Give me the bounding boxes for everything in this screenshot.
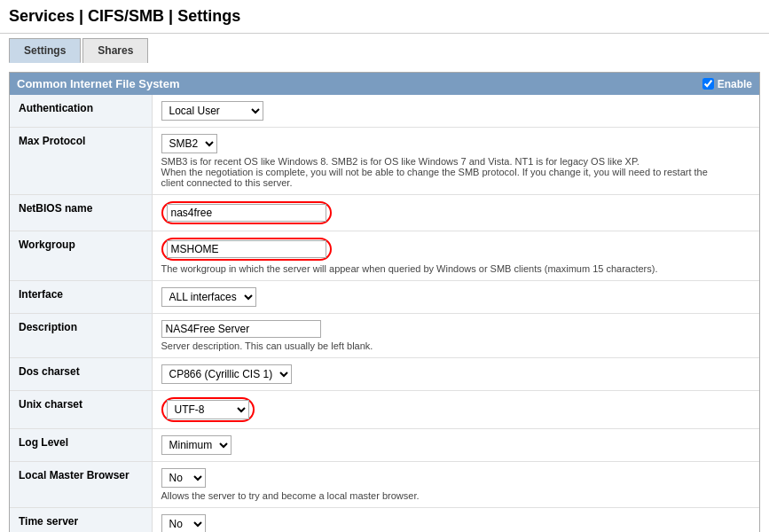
workgroup-circled	[161, 238, 332, 261]
select-log-level[interactable]: Minimum Normal Full Debug	[161, 435, 231, 455]
value-authentication: Local User Active Directory	[152, 95, 759, 128]
tab-bar: Settings Shares	[0, 34, 769, 63]
value-local-master-browser: No Yes Allows the server to try and beco…	[152, 462, 759, 508]
label-netbios: NetBIOS name	[10, 195, 152, 231]
input-workgroup[interactable]	[167, 240, 326, 258]
enable-checkbox[interactable]: Enable	[702, 78, 752, 90]
value-workgroup: The workgroup in which the server will a…	[152, 231, 759, 281]
label-description: Description	[10, 314, 152, 358]
value-description: Server description. This can usually be …	[152, 314, 759, 358]
input-netbios[interactable]	[167, 204, 326, 222]
label-log-level: Log Level	[10, 429, 152, 462]
page-title: Services | CIFS/SMB | Settings	[0, 0, 769, 34]
label-time-server: Time server	[10, 508, 152, 533]
row-time-server: Time server No Yes The server advertises…	[10, 508, 759, 533]
row-max-protocol: Max Protocol SMB2 SMB3 NT1 SMB3 is for r…	[10, 128, 759, 195]
row-log-level: Log Level Minimum Normal Full Debug	[10, 429, 759, 462]
help-local-master-browser: Allows the server to try and become a lo…	[161, 490, 751, 501]
row-interface: Interface ALL interfaces LAN WAN	[10, 281, 759, 314]
label-interface: Interface	[10, 281, 152, 314]
select-local-master-browser[interactable]: No Yes	[161, 468, 206, 488]
label-authentication: Authentication	[10, 95, 152, 128]
label-max-protocol: Max Protocol	[10, 128, 152, 195]
cifs-section: Common Internet File System Enable Authe…	[9, 72, 760, 532]
row-authentication: Authentication Local User Active Directo…	[10, 95, 759, 128]
enable-check[interactable]	[702, 78, 714, 90]
label-unix-charset: Unix charset	[10, 391, 152, 429]
label-dos-charset: Dos charset	[10, 358, 152, 391]
select-unix-charset[interactable]: UTF-8 ISO-8859-1 CP866	[167, 400, 249, 419]
row-description: Description Server description. This can…	[10, 314, 759, 358]
help-description: Server description. This can usually be …	[161, 340, 751, 351]
tab-settings[interactable]: Settings	[9, 38, 81, 63]
input-description[interactable]	[161, 320, 321, 338]
help-max-protocol: SMB3 is for recent OS like Windows 8. SM…	[161, 156, 751, 188]
netbios-circled	[161, 201, 332, 224]
section-header: Common Internet File System Enable	[10, 73, 759, 95]
settings-table: Authentication Local User Active Directo…	[10, 95, 759, 532]
row-dos-charset: Dos charset CP866 (Cyrillic CIS 1) UTF-8…	[10, 358, 759, 391]
row-workgroup: Workgroup The workgroup in which the ser…	[10, 231, 759, 281]
label-workgroup: Workgroup	[10, 231, 152, 281]
select-dos-charset[interactable]: CP866 (Cyrillic CIS 1) UTF-8 ISO-8859-1	[161, 364, 292, 384]
value-interface: ALL interfaces LAN WAN	[152, 281, 759, 314]
help-workgroup: The workgroup in which the server will a…	[161, 263, 751, 274]
tab-shares[interactable]: Shares	[82, 38, 148, 63]
enable-label: Enable	[718, 78, 752, 90]
value-netbios	[152, 195, 759, 231]
select-authentication[interactable]: Local User Active Directory	[161, 101, 263, 121]
row-unix-charset: Unix charset UTF-8 ISO-8859-1 CP866	[10, 391, 759, 429]
row-local-master-browser: Local Master Browser No Yes Allows the s…	[10, 462, 759, 508]
value-max-protocol: SMB2 SMB3 NT1 SMB3 is for recent OS like…	[152, 128, 759, 195]
section-title: Common Internet File System	[17, 77, 179, 90]
value-log-level: Minimum Normal Full Debug	[152, 429, 759, 462]
select-max-protocol[interactable]: SMB2 SMB3 NT1	[161, 134, 217, 153]
select-interface[interactable]: ALL interfaces LAN WAN	[161, 287, 256, 307]
row-netbios: NetBIOS name	[10, 195, 759, 231]
value-time-server: No Yes The server advertises itself as a…	[152, 508, 759, 533]
select-time-server[interactable]: No Yes	[161, 514, 206, 532]
value-dos-charset: CP866 (Cyrillic CIS 1) UTF-8 ISO-8859-1	[152, 358, 759, 391]
value-unix-charset: UTF-8 ISO-8859-1 CP866	[152, 391, 759, 429]
unix-charset-circled: UTF-8 ISO-8859-1 CP866	[161, 397, 255, 422]
label-local-master-browser: Local Master Browser	[10, 462, 152, 508]
